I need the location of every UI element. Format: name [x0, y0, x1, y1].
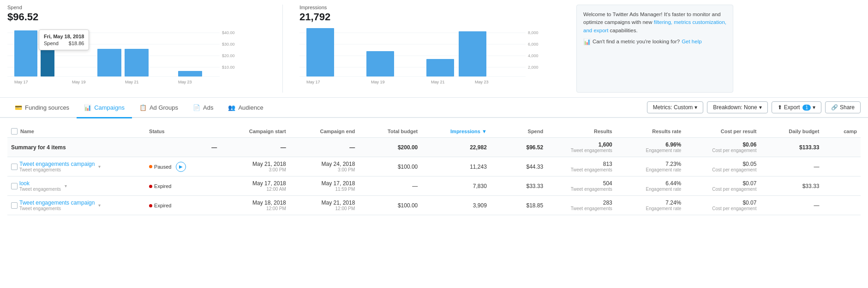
row2-expand-icon[interactable]: ▾ [65, 183, 67, 188]
row2-campaign-name[interactable]: look [19, 180, 61, 187]
row1-cost-per-result: $0.05 Cost per engagement [685, 157, 760, 176]
summary-budget: $200.00 [359, 138, 421, 157]
row3-budget: $100.00 [359, 196, 421, 215]
row1-start: May 21, 2018 3:00 PM [221, 157, 290, 176]
select-all-checkbox[interactable] [11, 128, 18, 135]
row3-start: May 18, 2018 12:00 PM [221, 196, 290, 215]
summary-cost-per-result: $0.06 Cost per engagement [685, 138, 760, 157]
sort-arrow-icon: ▼ [482, 129, 487, 134]
row1-daily-budget: — [760, 157, 823, 176]
row1-end: May 24, 2018 3:00 PM [290, 157, 359, 176]
tab-audience[interactable]: 👥 Audience [221, 98, 270, 118]
summary-daily-budget: $133.33 [760, 138, 823, 157]
col-spend: Spend [491, 125, 547, 138]
tab-ad-groups[interactable]: 📋 Ad Groups [132, 98, 186, 118]
row3-campaign-type: Tweet engagements [19, 206, 95, 211]
svg-text:8,000: 8,000 [528, 30, 539, 35]
svg-text:$10.00: $10.00 [222, 65, 235, 70]
svg-text:May 19: May 19 [72, 80, 86, 84]
summary-status: — [145, 138, 221, 157]
row1-campaign-name[interactable]: Tweet engagements campaign [19, 161, 95, 167]
breakdown-button[interactable]: Breakdown: None ▾ [707, 101, 767, 113]
svg-text:6,000: 6,000 [528, 42, 539, 47]
tooltip-label: Spend [44, 41, 59, 46]
export-badge: 1 [802, 105, 811, 111]
row3-spend: $18.85 [491, 196, 547, 215]
row2-daily-budget: $33.33 [760, 176, 823, 196]
metrics-button[interactable]: Metrics: Custom ▾ [647, 101, 704, 113]
tooltip-value: $18.86 [69, 41, 84, 46]
tab-funding-sources[interactable]: 💳 Funding sources [7, 98, 77, 118]
col-daily-budget: Daily budget [760, 125, 823, 138]
info-text2: capabilities. [608, 28, 637, 33]
tab-ads[interactable]: 📄 Ads [186, 98, 221, 118]
svg-text:$40.00: $40.00 [222, 30, 235, 35]
spend-block: Spend $96.52 $40.00 $30.00 $20.00 $10.00 [7, 5, 266, 93]
col-impressions[interactable]: Impressions ▼ [421, 125, 491, 138]
funding-icon: 💳 [15, 104, 22, 111]
row3-status-dot [149, 204, 152, 207]
nav-tabs-right: Metrics: Custom ▾ Breakdown: None ▾ ⬆ Ex… [647, 101, 861, 113]
row3-daily-budget: — [760, 196, 823, 215]
campaigns-table-section: Name Status Campaign start Campaign end … [0, 118, 868, 223]
svg-rect-27 [306, 28, 334, 76]
row3-results-rate: 7.24% Engagement rate [616, 196, 685, 215]
row2-checkbox[interactable] [11, 183, 18, 189]
adgroups-icon: 📋 [139, 104, 147, 111]
export-upload-icon: ⬆ [778, 104, 782, 111]
table-row: Tweet engagements campaign Tweet engagem… [7, 157, 861, 176]
row1-name-cell: Tweet engagements campaign Tweet engagem… [7, 157, 145, 176]
impressions-chart: 8,000 6,000 4,000 2,000 May 17 May 19 Ma… [299, 26, 539, 88]
tab-campaigns[interactable]: 📊 Campaigns [77, 98, 132, 118]
svg-rect-30 [459, 31, 486, 76]
get-help-link[interactable]: Get help [682, 38, 701, 46]
col-name: Name [7, 125, 145, 138]
col-budget: Total budget [359, 125, 421, 138]
row1-checkbox[interactable] [11, 164, 18, 170]
impressions-value: 21,792 [299, 11, 567, 23]
export-chevron-icon: ▾ [813, 104, 815, 111]
row3-checkbox[interactable] [11, 202, 18, 209]
share-button[interactable]: 🔗 Share [825, 101, 861, 113]
breakdown-chevron-icon: ▾ [759, 104, 762, 111]
cant-find-text: Can't find a metric you're looking for? [593, 38, 680, 46]
row3-end: May 21, 2018 12:00 PM [290, 196, 359, 215]
svg-text:May 17: May 17 [306, 80, 320, 84]
row1-play-button[interactable]: ▶ [176, 162, 186, 172]
summary-spend: $96.52 [491, 138, 547, 157]
svg-text:2,000: 2,000 [528, 65, 539, 70]
chart-divider [282, 5, 283, 93]
svg-text:May 21: May 21 [125, 80, 139, 84]
row3-expand-icon[interactable]: ▾ [98, 203, 101, 208]
nav-tabs-left: 💳 Funding sources 📊 Campaigns 📋 Ad Group… [7, 97, 271, 118]
svg-text:$30.00: $30.00 [222, 42, 235, 47]
spend-tooltip: Fri, May 18, 2018 Spend $18.86 [39, 29, 89, 50]
col-end: Campaign end [290, 125, 359, 138]
export-button[interactable]: ⬆ Export 1 ▾ [772, 101, 821, 113]
campaigns-table: Name Status Campaign start Campaign end … [7, 125, 861, 215]
summary-end: — [290, 138, 359, 157]
row1-status-dot [149, 165, 152, 168]
row2-status-dot [149, 185, 152, 188]
row2-start: May 17, 2018 12:00 AM [221, 176, 290, 196]
row2-spend: $33.33 [491, 176, 547, 196]
svg-text:May 17: May 17 [14, 80, 28, 84]
summary-results-rate: 6.96% Engagement rate [616, 138, 685, 157]
row1-campaign-type: Tweet engagements [19, 167, 95, 172]
row2-end: May 17, 2018 11:59 PM [290, 176, 359, 196]
row3-impressions: 3,909 [421, 196, 491, 215]
tooltip-date: Fri, May 18, 2018 [44, 34, 84, 39]
summary-row: Summary for 4 items — — — $200.00 22,982… [7, 138, 861, 157]
svg-rect-11 [97, 49, 121, 76]
row1-expand-icon[interactable]: ▾ [98, 164, 101, 169]
ads-icon: 📄 [193, 104, 200, 111]
col-camp: camp [823, 125, 861, 138]
row3-campaign-name[interactable]: Tweet engagements campaign [19, 200, 95, 206]
row2-cost-per-result: $0.07 Cost per engagement [685, 176, 760, 196]
row3-results: 283 Tweet engagements [547, 196, 616, 215]
row1-status: Paused ▶ [145, 157, 221, 176]
row1-budget: $100.00 [359, 157, 421, 176]
row2-status: Expired [145, 176, 221, 196]
audience-icon: 👥 [228, 104, 235, 111]
summary-start: — [221, 138, 290, 157]
